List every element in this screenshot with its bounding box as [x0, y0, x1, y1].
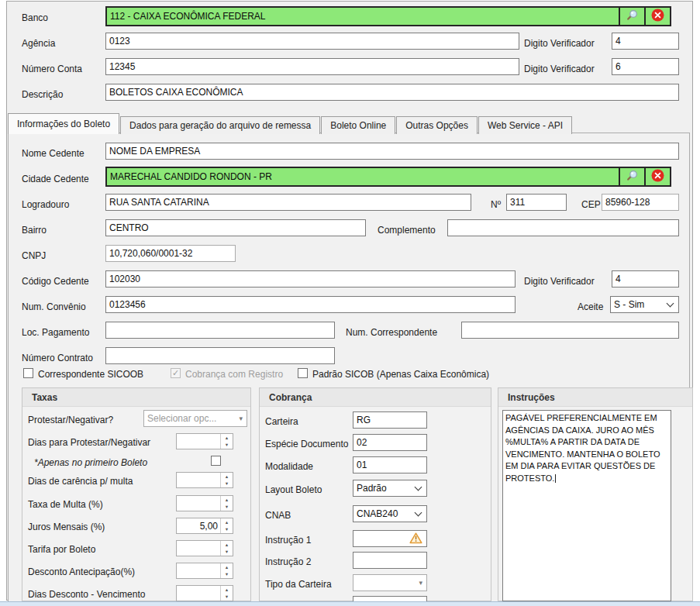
loc-pagamento-input[interactable] [105, 322, 335, 339]
aceite-select[interactable]: S - Sim [610, 296, 679, 313]
tarifa-boleto-value [177, 541, 220, 556]
spin-up-icon[interactable]: ▲ [221, 586, 233, 594]
banco-lookup-field: 112 - CAIXA ECONÔMICA FEDERAL [105, 6, 671, 26]
modalidade-label: Modalidade [265, 461, 313, 472]
taxa-multa-spinner[interactable]: ▲▼ [176, 495, 233, 511]
boleto-config-window: Banco 112 - CAIXA ECONÔMICA FEDERAL Agên… [0, 0, 700, 606]
spin-up-icon[interactable]: ▲ [221, 473, 233, 480]
dias-carencia-spinner[interactable]: ▲▼ [176, 472, 233, 488]
logradouro-input[interactable]: RUA SANTA CATARINA [105, 194, 471, 211]
cobranca-group-title: Cobrança [260, 388, 491, 407]
chevron-down-icon [415, 484, 422, 491]
num-convenio-input[interactable]: 0123456 [105, 296, 516, 313]
instrucoes-textarea[interactable]: PAGÁVEL PREFERENCIALMENTE EM AGÊNCIAS DA… [502, 410, 671, 601]
tarifa-boleto-spinner[interactable]: ▲▼ [176, 540, 233, 556]
tab-bar: Informações do Boleto Dados para geração… [8, 114, 573, 134]
window-bottom-edge [0, 601, 700, 606]
spin-down-icon[interactable]: ▼ [221, 594, 233, 601]
conta-label: Número Conta [22, 64, 82, 74]
agencia-dv-label: Digito Verificador [524, 38, 595, 49]
banco-clear-button[interactable] [644, 8, 670, 25]
tab-dados-remessa[interactable]: Dados para geração do arquivo de remessa [120, 116, 320, 134]
cnpj-label: CNPJ [22, 250, 46, 261]
banco-label: Banco [22, 12, 48, 23]
codigo-dv-input[interactable]: 4 [612, 270, 679, 288]
spin-up-icon[interactable]: ▲ [221, 563, 233, 571]
descricao-input[interactable]: BOLETOS CAIXA ECONÔMICA [105, 84, 679, 101]
spin-down-icon[interactable]: ▼ [221, 442, 233, 449]
tarifa-boleto-label: Tarifa por Boleto [28, 544, 95, 555]
num-correspondente-input[interactable] [461, 322, 679, 339]
conta-input[interactable]: 12345 [105, 58, 519, 75]
num-convenio-label: Num. Convênio [22, 301, 86, 312]
desconto-antecipacao-spinner[interactable]: ▲▼ [176, 563, 233, 579]
tab-informacoes-do-boleto[interactable]: Informações do Boleto [8, 113, 119, 134]
numero-contrato-label: Número Contrato [22, 353, 93, 363]
correspondente-sicoob-checkbox[interactable] [23, 368, 33, 378]
dias-protestar-spinner[interactable]: ▲▼ [176, 433, 233, 449]
agencia-input[interactable]: 0123 [105, 33, 519, 50]
banco-search-button[interactable] [619, 8, 644, 25]
bairro-input[interactable]: CENTRO [105, 219, 366, 236]
agencia-dv-input[interactable]: 4 [612, 33, 679, 50]
tipo-carteira-select[interactable]: ▾ [353, 574, 427, 591]
spin-down-icon[interactable]: ▼ [221, 571, 233, 579]
juros-mensais-value: 5,00 [177, 518, 220, 533]
apenas-primeiro-boleto-checkbox[interactable] [211, 456, 221, 466]
spin-up-icon[interactable]: ▲ [221, 496, 233, 504]
modalidade-input[interactable]: 01 [353, 456, 427, 473]
spin-up-icon[interactable]: ▲ [221, 541, 233, 549]
juros-mensais-label: Juros Mensais (%) [28, 522, 105, 532]
codigo-dv-label: Digito Verificador [524, 276, 595, 287]
tab-boleto-online[interactable]: Boleto Online [321, 116, 395, 134]
padrao-sicob-checkbox[interactable] [298, 368, 308, 378]
cidade-cedente-label: Cidade Cedente [22, 174, 89, 184]
codigo-cedente-input[interactable]: 102030 [105, 270, 516, 288]
dias-protestar-label: Dias para Protestar/Negativar [28, 437, 150, 448]
warning-icon [409, 532, 422, 547]
dias-carencia-value [177, 473, 220, 487]
taxa-multa-value [177, 496, 220, 511]
cep-label: CEP [581, 199, 601, 210]
numero-contrato-input[interactable] [105, 347, 335, 364]
spin-up-icon[interactable]: ▲ [221, 518, 233, 526]
dropdown-arrow-icon: ▾ [419, 580, 422, 587]
instrucoes-group-title: Instruções [498, 388, 692, 407]
instrucao2-input[interactable] [353, 552, 427, 569]
complemento-input[interactable] [447, 219, 679, 236]
spin-down-icon[interactable]: ▼ [221, 480, 233, 488]
cutoff-input[interactable] [353, 596, 427, 601]
codigo-cedente-label: Código Cedente [22, 276, 89, 287]
carteira-input[interactable]: RG [353, 411, 427, 429]
tab-outras-opcoes[interactable]: Outras Opções [396, 116, 478, 134]
protestar-select[interactable]: Selecionar opc... ▾ [143, 410, 247, 427]
spin-down-icon[interactable]: ▼ [221, 504, 233, 511]
aceite-label: Aceite [578, 301, 603, 312]
dias-desconto-spinner[interactable]: ▲▼ [176, 585, 233, 601]
logradouro-label: Logradouro [22, 199, 69, 210]
cnab-select[interactable]: CNAB240 [353, 505, 427, 522]
cep-input[interactable]: 85960-128 [602, 194, 679, 211]
taxas-group-title: Taxas [22, 388, 250, 407]
numero-input[interactable]: 311 [506, 194, 567, 211]
conta-dv-input[interactable]: 6 [612, 58, 679, 75]
cidade-search-button[interactable] [619, 168, 644, 185]
layout-boleto-label: Layout Boleto [265, 484, 322, 495]
juros-mensais-spinner[interactable]: 5,00 ▲▼ [176, 518, 233, 534]
cidade-cedente-value[interactable]: MARECHAL CANDIDO RONDON - PR [107, 168, 619, 185]
spin-down-icon[interactable]: ▼ [221, 549, 233, 556]
banco-value[interactable]: 112 - CAIXA ECONÔMICA FEDERAL [107, 8, 619, 25]
nome-cedente-input[interactable]: NOME DA EMPRESA [105, 143, 679, 160]
loc-pagamento-label: Loc. Pagamento [22, 327, 89, 338]
layout-boleto-select[interactable]: Padrão [353, 480, 427, 497]
num-correspondente-label: Num. Correspondente [346, 327, 437, 338]
spin-down-icon[interactable]: ▼ [221, 526, 233, 534]
cnpj-input[interactable]: 10,720,060/0001-32 [105, 245, 236, 262]
delete-x-icon [651, 9, 664, 24]
layout-boleto-value: Padrão [353, 483, 416, 494]
apenas-primeiro-boleto-label: *Apenas no primeiro Boleto [34, 457, 147, 468]
especie-documento-input[interactable]: 02 [353, 434, 427, 451]
tab-web-service-api[interactable]: Web Service - API [478, 116, 572, 134]
cidade-clear-button[interactable] [644, 168, 670, 185]
spin-up-icon[interactable]: ▲ [221, 434, 233, 442]
